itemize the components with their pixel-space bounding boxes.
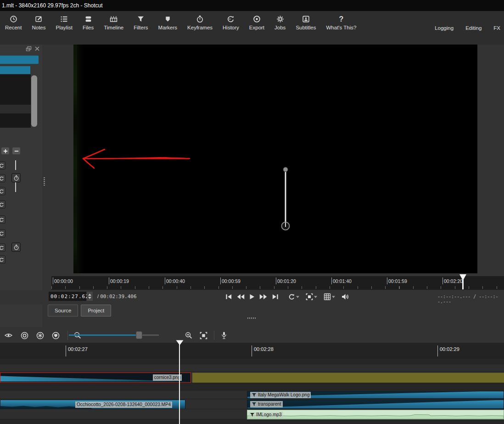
track-row-empty[interactable] xyxy=(0,364,504,372)
reset-param-button[interactable] xyxy=(0,187,6,195)
filters-button[interactable]: Filters xyxy=(129,11,153,30)
remove-filter-button[interactable] xyxy=(12,147,20,154)
clip-olive[interactable] xyxy=(192,373,504,383)
transport-bar: 00:02:27.628 / 00:02:39.406 xyxy=(0,290,504,305)
timeline-menu-button[interactable] xyxy=(2,330,15,341)
track-row-v4[interactable]: cornice3.png xyxy=(0,372,504,383)
fast-forward-button[interactable] xyxy=(257,291,269,302)
toolbar-label: Recent xyxy=(5,25,22,30)
clip-transparent[interactable]: transparent xyxy=(247,400,504,409)
ruler-label: 00:02:27 xyxy=(68,346,88,352)
timeline-zoom-slider-track[interactable] xyxy=(69,334,159,336)
timeline-zoom-slider-handle[interactable] xyxy=(136,331,142,339)
record-audio-button[interactable] xyxy=(218,330,230,341)
reset-param-button[interactable] xyxy=(0,243,6,252)
whats-this-button[interactable]: ? What's This? xyxy=(321,11,361,30)
tab-source[interactable]: Source xyxy=(48,305,78,317)
history-icon xyxy=(227,15,235,23)
loop-button[interactable] xyxy=(286,291,302,302)
keyframe-stopwatch-button[interactable] xyxy=(11,173,21,182)
clip-label: Italy MegaWalk Logo.png xyxy=(250,392,311,398)
tab-project[interactable]: Project xyxy=(81,305,111,317)
float-panel-icon[interactable] xyxy=(26,46,32,51)
filter-list-row[interactable] xyxy=(0,105,31,113)
toolbar-label: Timeline xyxy=(104,25,123,30)
clip-cornice3[interactable]: cornice3.png xyxy=(0,373,191,383)
filter-applied-icon xyxy=(250,413,255,417)
timecode-spinner[interactable] xyxy=(87,292,93,301)
timeline-ruler[interactable]: 00:02:27 00:02:28 00:02:29 xyxy=(0,343,504,359)
ruler-label: 00:00:59 xyxy=(222,278,241,284)
mode-logging[interactable]: Logging xyxy=(435,25,454,31)
grid-menu-caret-icon[interactable] xyxy=(332,296,335,298)
ruler-tick xyxy=(442,277,443,284)
clip-imlogo-audio[interactable]: IMLogo.mp3 xyxy=(247,410,504,419)
duration-display: / 00:02:39.406 xyxy=(97,294,137,300)
skip-next-button[interactable] xyxy=(269,291,281,302)
ruler-tick xyxy=(66,345,66,356)
video-preview xyxy=(73,45,477,273)
skip-previous-button[interactable] xyxy=(223,291,235,302)
clip-label: IMLogo.mp3 xyxy=(248,412,283,418)
reset-param-button[interactable] xyxy=(0,229,6,237)
timeline-button[interactable]: Timeline xyxy=(99,11,129,30)
selected-filter-row[interactable] xyxy=(0,56,39,64)
track-row-v3[interactable]: Italy MegaWalk Logo.png xyxy=(0,390,504,399)
notes-icon xyxy=(35,15,43,23)
keyframe-stopwatch-button[interactable] xyxy=(11,243,21,252)
panel-splitter-handle[interactable] xyxy=(44,177,45,187)
subtitles-button[interactable]: Subtitles xyxy=(291,11,321,30)
zoom-fit-button[interactable] xyxy=(303,291,319,302)
track-row-v2[interactable]: Occhiocotto_2026-0208-132640_000023.MP4 … xyxy=(0,399,504,409)
clip-italy-megawalk-logo[interactable]: Italy MegaWalk Logo.png xyxy=(247,391,504,399)
export-button[interactable]: Export xyxy=(244,11,269,30)
reset-param-button[interactable] xyxy=(0,174,6,182)
ripple-toggle-button[interactable] xyxy=(50,330,62,341)
timeline-zoom-in-button[interactable] xyxy=(183,330,195,341)
track-row-a1[interactable]: IMLogo.mp3 xyxy=(0,409,504,419)
close-panel-icon[interactable] xyxy=(34,46,40,51)
position-timecode-input[interactable]: 00:02:27.628 xyxy=(49,292,86,301)
toolbar-label: History xyxy=(223,25,239,30)
selected-filter-row[interactable] xyxy=(0,66,30,74)
player-playhead[interactable] xyxy=(459,274,467,289)
reset-param-button[interactable] xyxy=(0,200,6,209)
recent-button[interactable]: Recent xyxy=(0,11,27,30)
markers-button[interactable]: Markers xyxy=(153,11,183,30)
playlist-button[interactable]: Playlist xyxy=(50,11,77,30)
jobs-button[interactable]: Jobs xyxy=(269,11,291,30)
notes-button[interactable]: Notes xyxy=(27,11,50,30)
mode-editing[interactable]: Editing xyxy=(465,25,482,31)
timeline-icon xyxy=(110,15,118,23)
timeline-zoom-fit-button[interactable] xyxy=(197,330,210,341)
files-button[interactable]: Files xyxy=(78,11,99,30)
toolbar-label: Export xyxy=(249,25,264,30)
red-arrow-annotation xyxy=(73,45,477,273)
clip-label: cornice3.png xyxy=(153,374,182,381)
player-scrub-ruler[interactable]: 00:00:00 00:00:19 00:00:40 00:00:59 00:0… xyxy=(51,276,504,290)
play-button[interactable] xyxy=(247,291,257,302)
filter-list-scrollbar[interactable] xyxy=(31,75,37,127)
window-title: 1.mlt - 3840x2160 29.97fps 2ch - Shotcut xyxy=(2,2,102,9)
vui-handle[interactable] xyxy=(276,120,295,235)
volume-button[interactable] xyxy=(339,291,352,302)
history-button[interactable]: History xyxy=(218,11,244,30)
add-filter-button[interactable] xyxy=(1,147,9,154)
grid-button[interactable] xyxy=(321,291,337,302)
loop-menu-caret-icon[interactable] xyxy=(296,296,299,298)
mode-fx[interactable]: FX xyxy=(493,25,500,31)
timeline-playhead-line[interactable] xyxy=(179,342,180,424)
ruler-tick xyxy=(53,277,53,284)
keyframes-button[interactable]: Keyframes xyxy=(182,11,218,30)
reset-param-button[interactable] xyxy=(0,255,6,264)
zoom-menu-caret-icon[interactable] xyxy=(314,296,317,298)
clip-occhiocotto[interactable]: Occhiocotto_2026-0208-132640_000023.MP4 xyxy=(0,400,185,409)
reset-param-button[interactable] xyxy=(0,161,6,170)
toolbar-label: Keyframes xyxy=(187,25,213,30)
snap-toggle-button[interactable] xyxy=(18,330,31,341)
rewind-button[interactable] xyxy=(235,291,247,302)
scrub-while-dragging-button[interactable] xyxy=(34,330,46,341)
timeline-splitter-handle[interactable] xyxy=(247,317,256,319)
filter-list[interactable] xyxy=(0,74,31,128)
reset-param-button[interactable] xyxy=(0,215,6,224)
